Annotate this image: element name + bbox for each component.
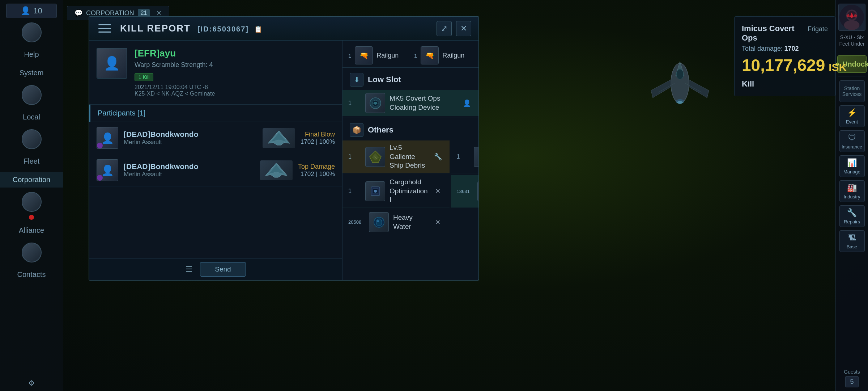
participant-stats-1: Final Blow 1702 | 100% bbox=[301, 131, 335, 146]
sidebar-item-gear[interactable]: ⚙ bbox=[0, 375, 63, 391]
svg-point-32 bbox=[844, 20, 860, 30]
sidebar-player-count[interactable]: 👤 10 bbox=[6, 4, 57, 18]
close-button[interactable]: ✕ bbox=[456, 21, 471, 36]
modal-header: KILL REPORT [ID:6503067] 📋 ⤢ ✕ bbox=[89, 17, 478, 41]
mk5-cloaking-name: MK5 Covert Ops Cloaking Device bbox=[390, 94, 457, 112]
sidebar-item-contacts[interactable]: Contacts bbox=[0, 267, 63, 282]
participant-info-1: [DEAD]Bondkwondo Merlin Assault bbox=[124, 130, 257, 146]
railgun-right: 1 🔫 Railgun bbox=[414, 46, 473, 64]
participant-row-2[interactable]: 👤 [DEAD]Bondkwondo Merlin Assault bbox=[89, 154, 342, 186]
rt-avatar bbox=[838, 4, 865, 31]
sidebar-item-local[interactable]: Local bbox=[0, 109, 63, 125]
menu-button[interactable] bbox=[97, 20, 113, 37]
participant-avatar-2: 👤 bbox=[97, 159, 118, 181]
rt-insurance-button[interactable]: 🛡 Insurance bbox=[839, 130, 865, 152]
insurance-icon: 🛡 bbox=[848, 133, 856, 143]
debris-name: Lv.5 Gallente Ship Debris bbox=[390, 143, 428, 170]
rt-repairs-button[interactable]: 🔧 Repairs bbox=[839, 205, 865, 227]
base-icon: 🏗 bbox=[848, 233, 856, 243]
cargohold-right-row[interactable]: 1 Cargohold Optimization I bbox=[451, 140, 478, 173]
rt-manage-button[interactable]: 📊 Manage bbox=[839, 155, 865, 177]
ship-thumbnail-2 bbox=[260, 160, 293, 180]
ship-class: Imicus Covert Ops bbox=[742, 24, 805, 43]
railgun-name-right: Railgun bbox=[442, 52, 464, 59]
others-header: 📦 Others bbox=[342, 119, 478, 140]
copy-icon[interactable]: 📋 bbox=[254, 26, 263, 33]
rt-industry-button[interactable]: 🏭 Industry bbox=[839, 180, 865, 202]
low-slot-items: 1 MK5 Covert Ops Cloaking Device 👤 bbox=[342, 90, 478, 116]
modal-actions: ⤢ ✕ bbox=[437, 21, 471, 36]
mk5-cloaking-row[interactable]: 1 MK5 Covert Ops Cloaking Device 👤 bbox=[342, 90, 478, 116]
railgun-icon-left: 🔫 bbox=[355, 46, 373, 64]
railgun-left: 1 🔫 Railgun bbox=[348, 46, 407, 64]
heavy-water-left-qty: 20508 bbox=[348, 219, 365, 225]
final-blow-label: Final Blow bbox=[301, 131, 335, 138]
cargohold-left-row[interactable]: 1 Cargohold Optimization I ✕ bbox=[342, 175, 450, 208]
avatar-4 bbox=[22, 192, 42, 212]
debris-row[interactable]: 1 Lv.5 Gallente Ship Debris 🔧 bbox=[342, 140, 450, 173]
manage-icon: 📊 bbox=[847, 158, 857, 168]
rt-event-button[interactable]: ⚡ Event bbox=[839, 105, 865, 127]
cargohold-left-name: Cargohold Optimization I bbox=[390, 178, 428, 205]
expand-button[interactable]: ⤢ bbox=[437, 21, 452, 36]
svg-marker-22 bbox=[651, 80, 671, 98]
participant-damage-1: 1702 | 100% bbox=[301, 138, 335, 146]
svg-point-14 bbox=[374, 190, 377, 193]
pilot-name[interactable]: [EFR]ayu bbox=[135, 48, 335, 59]
ship-display bbox=[629, 43, 731, 123]
cargohold-close-icon[interactable]: ✕ bbox=[432, 185, 444, 197]
send-button[interactable]: Send bbox=[200, 262, 246, 277]
heavy-water-right-row[interactable]: 13631 Heavy Water 👤 bbox=[451, 175, 478, 208]
avatar-2 bbox=[22, 85, 42, 105]
ship-svg bbox=[644, 51, 716, 116]
railgun-name-left: Railgun bbox=[376, 52, 399, 59]
participant-row[interactable]: 👤 [DEAD]Bondkwondo Merlin Assault bbox=[89, 122, 342, 154]
debris-action-icon[interactable]: 🔧 bbox=[432, 151, 444, 163]
heavy-water-right-qty: 13631 bbox=[457, 189, 473, 194]
isk-label: ISK bbox=[829, 61, 847, 73]
pilot-avatar-img: 👤 bbox=[97, 49, 127, 78]
railgun-icon-right: 🔫 bbox=[421, 46, 439, 64]
ship-type: Frigate bbox=[808, 25, 828, 33]
participant-damage-2: 1702 | 100% bbox=[298, 171, 335, 178]
kill-location: K25-XD < NK-AQZ < Geminate bbox=[135, 91, 335, 97]
corp-tab-badge: 21 bbox=[138, 9, 150, 17]
svg-point-19 bbox=[376, 219, 382, 226]
modal-footer: ☰ Send bbox=[89, 258, 342, 280]
others-icon: 📦 bbox=[350, 123, 363, 137]
corp-tab-close[interactable]: ✕ bbox=[156, 9, 162, 17]
damage-value: 1702 bbox=[784, 45, 799, 52]
heavy-water-close-icon[interactable]: ✕ bbox=[432, 216, 444, 228]
sidebar-item-help[interactable]: Help bbox=[0, 47, 63, 62]
pilot-avatar: 👤 bbox=[97, 48, 127, 79]
avatar-1 bbox=[22, 22, 42, 42]
svg-point-20 bbox=[377, 220, 379, 222]
pilot-details: [EFR]ayu Warp Scramble Strength: 4 1 Kil… bbox=[135, 48, 335, 97]
mk5-action-icon[interactable]: 👤 bbox=[461, 97, 473, 109]
heavy-water-left-row[interactable]: 20508 Heavy Water ✕ bbox=[342, 209, 450, 235]
sidebar-item-system[interactable]: System bbox=[0, 65, 63, 81]
sidebar-item-alliance[interactable]: Alliance bbox=[0, 223, 63, 238]
low-slot-header: ⬇ Low Slot bbox=[342, 69, 478, 90]
sidebar-item-fleet[interactable]: Fleet bbox=[0, 154, 63, 169]
others-title: Others bbox=[368, 125, 393, 135]
heavy-water-left-icon bbox=[369, 212, 389, 232]
modal-left-panel: 👤 [EFR]ayu Warp Scramble Strength: 4 1 K… bbox=[89, 41, 342, 280]
svg-marker-23 bbox=[689, 80, 709, 98]
top-damage-label: Top Damage bbox=[298, 163, 335, 171]
pilot-info: 👤 [EFR]ayu Warp Scramble Strength: 4 1 K… bbox=[89, 41, 342, 105]
participant-rank-badge-2 bbox=[97, 175, 103, 181]
pilot-attr: Warp Scramble Strength: 4 bbox=[135, 61, 335, 69]
event-icon: ⚡ bbox=[847, 108, 857, 118]
sidebar-item-corporation[interactable]: Corporation bbox=[0, 172, 63, 188]
modal-content: 👤 [EFR]ayu Warp Scramble Strength: 4 1 K… bbox=[89, 41, 478, 280]
footer-menu-icon[interactable]: ☰ bbox=[186, 265, 193, 274]
low-slot-title: Low Slot bbox=[368, 75, 401, 84]
low-slot-icon: ⬇ bbox=[350, 73, 363, 87]
isk-value: 10,177,629 bbox=[742, 57, 825, 73]
guests-label: Guests bbox=[844, 369, 860, 375]
damage-label: Total damage: bbox=[742, 45, 783, 52]
avatar-5 bbox=[22, 243, 42, 262]
items-scroll[interactable]: 1 🔫 Railgun 1 🔫 Railgun ⬇ Low Slot bbox=[342, 41, 478, 280]
rt-base-button[interactable]: 🏗 Base bbox=[839, 230, 865, 252]
